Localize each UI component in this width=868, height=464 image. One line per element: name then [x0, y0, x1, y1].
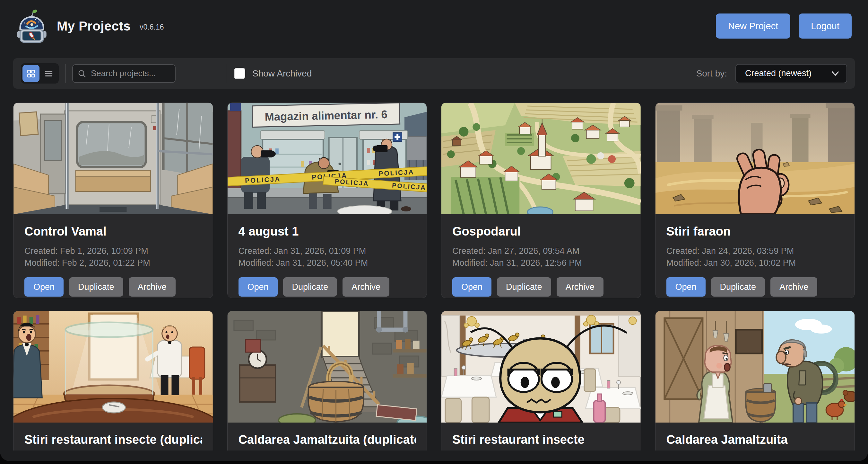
- project-actions: Open Duplicate Archive: [24, 277, 202, 297]
- robot-rocket-logo-icon: [17, 9, 47, 43]
- list-view-button[interactable]: [40, 65, 57, 82]
- search-icon: [78, 69, 87, 79]
- open-button[interactable]: Open: [452, 277, 492, 297]
- project-card-body: Control Vamal Created: Feb 1, 2026, 10:0…: [13, 214, 213, 297]
- project-thumbnail[interactable]: [441, 311, 641, 423]
- page-title: My Projects: [57, 19, 131, 33]
- show-archived-label: Show Archived: [252, 68, 312, 79]
- page-viewport: My Projects v0.6.16 New Project Logout: [0, 0, 868, 451]
- sort-area: Sort by: Created (newest): [696, 64, 847, 83]
- project-card-body: Stiri restaurant insecte (duplicate) Ope…: [13, 423, 213, 451]
- project-title: Stiri restaurant insecte (duplicate): [24, 432, 202, 447]
- project-card: Stiri faraon Created: Jan 24, 2026, 03:5…: [655, 103, 855, 298]
- archive-button[interactable]: Archive: [342, 277, 390, 297]
- project-modified: Modified: Feb 2, 2026, 01:22 PM: [24, 257, 202, 269]
- new-project-button[interactable]: New Project: [716, 13, 790, 38]
- project-title: Stiri faraon: [666, 224, 844, 239]
- chevron-down-icon: [831, 71, 839, 77]
- sort-select[interactable]: Created (newest): [736, 64, 847, 83]
- project-card: Stiri restaurant insecte (duplicate) Ope…: [13, 311, 213, 451]
- thumbnail-art-village: [441, 103, 641, 214]
- project-card-body: 4 august 1 Created: Jan 31, 2026, 01:09 …: [227, 214, 427, 297]
- thumbnail-art-restaurant-dome: [13, 311, 213, 423]
- view-toggle: [21, 63, 59, 84]
- project-card: Caldarea Jamaltzuita (duplicate) Open Du…: [227, 311, 427, 451]
- project-thumbnail[interactable]: [227, 311, 427, 423]
- archive-button[interactable]: Archive: [770, 277, 817, 297]
- show-archived-checkbox[interactable]: [234, 68, 245, 79]
- project-grid: Control Vamal Created: Feb 1, 2026, 10:0…: [13, 103, 855, 451]
- header-actions: New Project Logout: [716, 13, 851, 38]
- project-thumbnail[interactable]: [655, 311, 855, 423]
- logout-button[interactable]: Logout: [799, 13, 851, 38]
- sort-by-label: Sort by:: [696, 68, 727, 79]
- thumbnail-art-insect-restaurant: [441, 311, 641, 423]
- project-created: Created: Jan 31, 2026, 01:09 PM: [239, 245, 416, 257]
- store-sign-text: Magazin alimentar nr. 6: [265, 108, 388, 123]
- project-card: Caldarea Jamaltzuita Open Duplicate Arch…: [655, 311, 855, 451]
- project-card-body: Caldarea Jamaltzuita (duplicate) Open Du…: [227, 423, 427, 451]
- thumbnail-art-basement: [227, 311, 427, 423]
- project-card-body: Stiri faraon Created: Jan 24, 2026, 03:5…: [655, 214, 855, 297]
- project-card-body: Caldarea Jamaltzuita Open Duplicate Arch…: [655, 423, 855, 451]
- toolbar-divider: [226, 64, 226, 83]
- duplicate-button[interactable]: Duplicate: [711, 277, 765, 297]
- thumbnail-art-desert-hand: [655, 103, 855, 214]
- grid-icon: [26, 69, 36, 79]
- project-card-body: Stiri restaurant insecte Open Duplicate …: [441, 423, 641, 451]
- project-title: Gospodarul: [452, 224, 630, 239]
- app-window: My Projects v0.6.16 New Project Logout: [0, 0, 868, 461]
- archive-button[interactable]: Archive: [129, 277, 176, 297]
- toolbar-divider: [65, 64, 66, 83]
- show-archived-control: Show Archived: [234, 68, 312, 79]
- list-icon: [44, 69, 54, 79]
- project-card-body: Gospodarul Created: Jan 27, 2026, 09:54 …: [441, 214, 641, 297]
- project-actions: Open Duplicate Archive: [452, 277, 630, 297]
- duplicate-button[interactable]: Duplicate: [497, 277, 551, 297]
- search-box: [72, 64, 176, 83]
- project-thumbnail[interactable]: Magazin alimentar nr. 6: [227, 103, 427, 214]
- project-card: Gospodarul Created: Jan 27, 2026, 09:54 …: [441, 103, 641, 298]
- project-modified: Modified: Jan 31, 2026, 05:40 PM: [239, 257, 416, 269]
- thumbnail-art-crime-scene: Magazin alimentar nr. 6: [227, 103, 427, 214]
- project-thumbnail[interactable]: [655, 103, 855, 214]
- thumbnail-art-train: [13, 103, 213, 214]
- project-thumbnail[interactable]: [13, 311, 213, 423]
- toolbar: Show Archived Sort by: Created (newest): [13, 58, 855, 89]
- project-actions: Open Duplicate Archive: [239, 277, 416, 297]
- project-actions: Open Duplicate Archive: [666, 277, 844, 297]
- project-card: Magazin alimentar nr. 6: [227, 103, 427, 298]
- sort-select-value: Created (newest): [745, 68, 831, 79]
- open-button[interactable]: Open: [666, 277, 706, 297]
- app-header: My Projects v0.6.16 New Project Logout: [13, 8, 855, 44]
- project-card: Stiri restaurant insecte Open Duplicate …: [441, 311, 641, 451]
- project-title: Caldarea Jamaltzuita (duplicate): [239, 432, 416, 447]
- open-button[interactable]: Open: [24, 277, 64, 297]
- project-thumbnail[interactable]: [441, 103, 641, 214]
- project-card: Control Vamal Created: Feb 1, 2026, 10:0…: [13, 103, 213, 298]
- project-modified: Modified: Jan 30, 2026, 10:02 PM: [666, 257, 844, 269]
- project-thumbnail[interactable]: [13, 103, 213, 214]
- duplicate-button[interactable]: Duplicate: [283, 277, 337, 297]
- project-modified: Modified: Jan 31, 2026, 12:56 PM: [452, 257, 630, 269]
- project-title: Control Vamal: [24, 224, 202, 239]
- grid-view-button[interactable]: [23, 65, 39, 82]
- duplicate-button[interactable]: Duplicate: [69, 277, 123, 297]
- project-title: 4 august 1: [239, 224, 416, 239]
- thumbnail-art-farm-argument: [655, 311, 855, 423]
- project-title: Caldarea Jamaltzuita: [666, 432, 844, 447]
- app-version: v0.6.16: [140, 23, 164, 31]
- project-created: Created: Feb 1, 2026, 10:09 PM: [24, 245, 202, 257]
- project-created: Created: Jan 27, 2026, 09:54 AM: [452, 245, 630, 257]
- open-button[interactable]: Open: [239, 277, 278, 297]
- project-title: Stiri restaurant insecte: [452, 432, 630, 447]
- search-input[interactable]: [72, 64, 176, 83]
- project-created: Created: Jan 24, 2026, 03:59 PM: [666, 245, 844, 257]
- archive-button[interactable]: Archive: [557, 277, 603, 297]
